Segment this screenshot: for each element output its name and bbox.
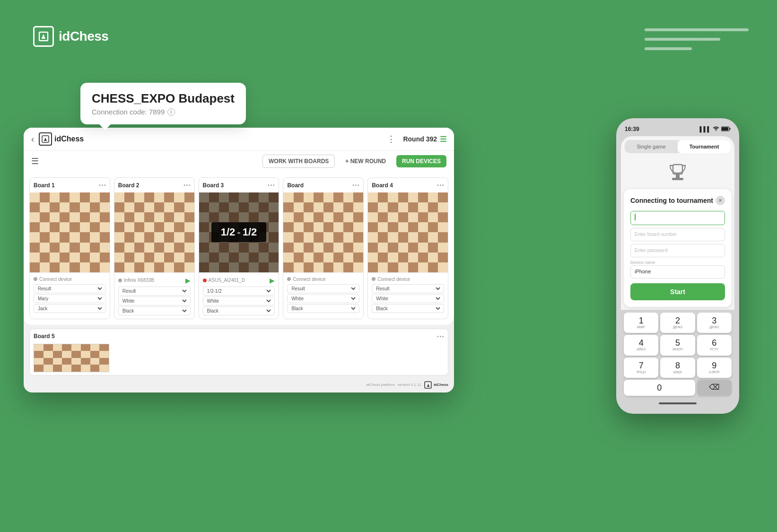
svg-rect-11 [676, 174, 680, 178]
work-with-boards-button[interactable]: WORK WITH BOARDS [262, 155, 335, 168]
svg-text:♟: ♟ [41, 33, 46, 40]
board2-white-row[interactable]: White [118, 297, 191, 305]
board2-white-select[interactable]: White [121, 298, 188, 304]
more-icon[interactable]: ⋮ [387, 134, 395, 144]
board1-wrap: (function(){ const colors = ['light','da… [30, 192, 110, 272]
password-placeholder: Enter password [635, 248, 667, 253]
logo-text: idChess [59, 29, 108, 44]
board3-black-row[interactable]: Black [203, 306, 275, 315]
key-3[interactable]: 3 ДЕЖЗ [697, 313, 732, 333]
draw-overlay: 1/2 - 1/2 [199, 192, 279, 272]
board4-black-row[interactable]: Black [372, 304, 444, 313]
board-panel-1: Board 1 ⋯ (function(){ const colors = ['… [29, 177, 110, 319]
board3-menu[interactable]: ⋯ [267, 181, 275, 190]
svg-text:♟: ♟ [44, 137, 47, 142]
board4-info: Connect device Result White Black [368, 272, 448, 316]
board2-header: Board 2 ⋯ [114, 178, 194, 192]
board2-wrap: (function(){ for(let r=0;r<8;r++){ for(l… [114, 192, 194, 272]
header-right: ⋮ Round 392 ☰ [387, 134, 446, 144]
key-6[interactable]: 6 РСТУ [697, 335, 732, 355]
board5-menu[interactable]: ⋯ [437, 332, 444, 341]
key-delete[interactable]: ⌫ [697, 380, 732, 396]
board-number-input[interactable]: Enter board number [630, 228, 725, 241]
board2-result-row[interactable]: Result [118, 287, 191, 296]
app-logo: ♟ idChess [33, 26, 108, 47]
device-name-input[interactable]: iPhone [630, 265, 725, 279]
draw-score-right: 1/2 [241, 226, 259, 238]
device-name-label: Device name [630, 260, 725, 265]
board5-header: Board 5 ⋯ [34, 332, 444, 341]
footer-platform: idChess platform [367, 383, 395, 387]
board3-result-select[interactable]: 1/2-1/2 [205, 288, 273, 294]
connecting-modal: Connecting to tournament × Enter board n… [624, 189, 732, 307]
board4-result-select[interactable]: Result [374, 286, 442, 292]
tablet-footer: idChess platform version 0.1.11 ♟ idChes… [24, 381, 454, 392]
footer-logo: idChess [434, 383, 448, 387]
key-2[interactable]: 2 ДЕЖЗ [660, 313, 695, 333]
board1-black-select[interactable]: Jack [36, 305, 104, 312]
board-unnamed-black-row[interactable]: Black [287, 304, 359, 313]
board4-chess: (function(){ for(let r=0;r<8;r++){ for(l… [368, 192, 448, 272]
board-unnamed-result-select[interactable]: Result [289, 286, 357, 292]
board3-device-label: ASUS_AI2401_D [209, 278, 245, 283]
board3-white-select[interactable]: White [205, 298, 273, 304]
footer-version: version 0.1.11 [398, 383, 421, 387]
board4-menu[interactable]: ⋯ [437, 181, 444, 190]
board2-black-row[interactable]: Black [118, 306, 191, 315]
hamburger-menu-icon[interactable]: ☰ [31, 156, 39, 166]
board1-result-select[interactable]: Result [36, 286, 104, 292]
board2-result-select[interactable]: Result [121, 288, 188, 294]
tournament-code-input[interactable] [630, 211, 725, 225]
board4-white-select[interactable]: White [374, 296, 442, 302]
board4-black-select[interactable]: Black [374, 305, 442, 312]
board1-result-row[interactable]: Result [34, 284, 106, 293]
board1-device: Connect device [34, 275, 106, 283]
board-unnamed-white-select[interactable]: White [289, 296, 357, 302]
phone-time: 16:39 [625, 126, 639, 132]
run-devices-button[interactable]: RUN DEVICES [396, 155, 446, 167]
connection-code: Connection code: 7899 ℹ [92, 108, 235, 116]
modal-close-button[interactable]: × [716, 196, 725, 205]
board-unnamed-white-row[interactable]: White [287, 294, 359, 303]
device-name-value: iPhone [635, 269, 651, 274]
small-logo-text: idChess [54, 135, 84, 143]
key-7[interactable]: 7 ФХЦЧ [624, 358, 658, 378]
board3-result-row[interactable]: 1/2-1/2 [203, 287, 275, 296]
board2-menu[interactable]: ⋯ [183, 181, 191, 190]
board2-black-select[interactable]: Black [121, 308, 188, 314]
key-8[interactable]: 8 ШЩЪ [660, 358, 695, 378]
password-input[interactable]: Enter password [630, 244, 725, 257]
phone-home-indicator [659, 402, 697, 404]
board1-chess: (function(){ const colors = ['light','da… [30, 192, 110, 272]
board-unnamed-dot [287, 277, 291, 281]
key-4[interactable]: 4 ИЙКЛ [624, 335, 658, 355]
board3-black-select[interactable]: Black [205, 308, 273, 314]
board1-white-select[interactable]: Mary [36, 296, 104, 302]
start-button[interactable]: Start [630, 283, 725, 300]
board4-white-row[interactable]: White [372, 294, 444, 303]
board-unnamed-result-row[interactable]: Result [287, 284, 359, 293]
key-9[interactable]: 9 ЬЭЮЯ [697, 358, 732, 378]
board-unnamed-header: Board ⋯ [283, 178, 363, 192]
modal-title: Connecting to tournament [630, 197, 713, 204]
new-round-button[interactable]: + NEW ROUND [340, 155, 392, 167]
key-0[interactable]: 0 [624, 380, 695, 396]
back-button[interactable]: ‹ [31, 134, 34, 144]
phone-screen: Single game Tournament Connecting to tou… [621, 136, 734, 399]
board-unnamed-black-select[interactable]: Black [289, 305, 357, 312]
board3-white-row[interactable]: White [203, 297, 275, 305]
board1-black-row[interactable]: Jack [34, 304, 106, 313]
key-1[interactable]: 1 АБВГ [624, 313, 658, 333]
tab-single-game[interactable]: Single game [625, 140, 678, 153]
key-5[interactable]: 5 МНОП [660, 335, 695, 355]
tab-tournament[interactable]: Tournament [678, 140, 731, 153]
board3-label: Board 3 [203, 182, 224, 189]
board-panel-2: Board 2 ⋯ (function(){ for(let r=0;r<8;r… [114, 177, 195, 319]
board4-result-row[interactable]: Result [372, 284, 444, 293]
board1-menu[interactable]: ⋯ [98, 181, 106, 190]
board-unnamed-menu[interactable]: ⋯ [352, 181, 359, 190]
phone-tabs: Single game Tournament [625, 140, 731, 153]
decorative-lines [645, 28, 749, 50]
board1-white-row[interactable]: Mary [34, 294, 106, 303]
tournament-title: CHESS_EXPO Budapest [92, 91, 235, 106]
